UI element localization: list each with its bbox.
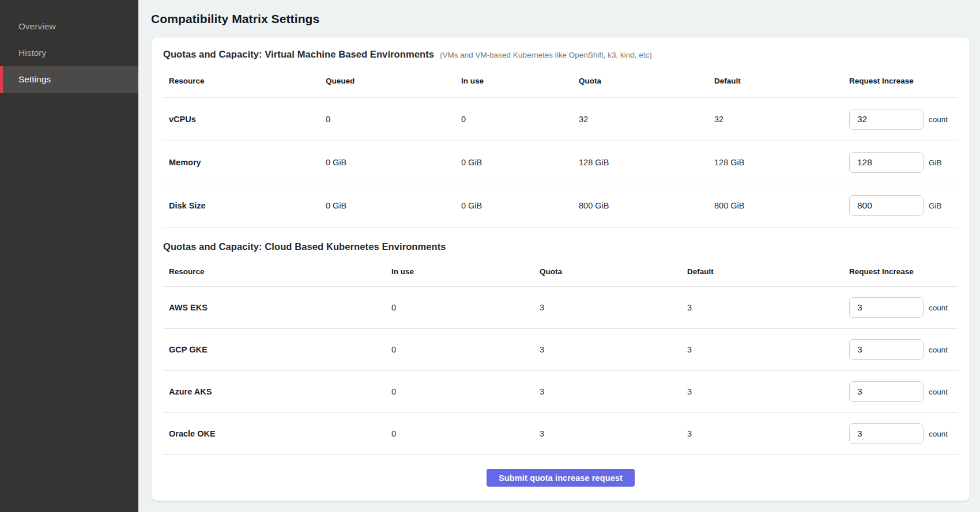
request-increase-cell: GiB [849,152,958,173]
vm-table-header: Resource Queued In use Quota Default Req… [163,64,958,98]
main-content: Compatibility Matrix Settings Quotas and… [138,0,980,512]
table-row-vcpus: vCPUs 0 0 32 32 count [163,98,958,141]
in-use-value: 0 GiB [461,158,579,167]
column-header-request-increase: Request Increase [849,77,958,85]
default-value: 3 [687,345,849,354]
sidebar-item-label: Overview [18,21,56,32]
in-use-value: 0 [391,387,540,396]
quota-value: 3 [540,303,687,312]
unit-label: count [929,346,948,354]
quota-value: 3 [540,387,687,396]
sidebar-item-history[interactable]: History [0,40,138,66]
request-increase-input-oracle-oke[interactable] [849,423,924,444]
sidebar-item-label: Settings [18,74,51,85]
table-row-aws-eks: AWS EKS 0 3 3 count [163,287,958,329]
vm-section-subtitle: (VMs and VM-based Kubernetes like OpenSh… [440,51,652,59]
resource-name: Azure AKS [163,387,391,396]
quota-value: 3 [540,429,687,438]
active-indicator [0,66,3,93]
table-row-memory: Memory 0 GiB 0 GiB 128 GiB 128 GiB GiB [163,141,958,184]
sidebar-item-settings[interactable]: Settings [0,66,138,93]
column-header-in-use: In use [461,77,579,85]
unit-label: GiB [929,202,942,210]
cloud-section-header: Quotas and Capacity: Cloud Based Kuberne… [163,241,958,256]
column-header-quota: Quota [579,77,714,85]
default-value: 128 GiB [714,158,849,167]
column-header-queued: Queued [326,77,461,85]
vm-section-title: Quotas and Capacity: Virtual Machine Bas… [163,49,434,60]
request-increase-input-vcpus[interactable] [849,109,924,130]
queued-value: 0 GiB [326,158,461,167]
resource-name: Memory [163,158,326,167]
unit-label: count [929,115,948,124]
sidebar-item-overview[interactable]: Overview [0,13,138,40]
unit-label: count [929,430,948,438]
resource-name: vCPUs [163,115,326,124]
table-row-azure-aks: Azure AKS 0 3 3 count [163,371,958,413]
resource-name: Oracle OKE [163,429,391,438]
sidebar: Overview History Settings [0,0,138,512]
column-header-resource: Resource [163,267,391,276]
quota-value: 32 [579,115,714,124]
column-header-default: Default [687,267,849,276]
settings-card: Quotas and Capacity: Virtual Machine Bas… [151,37,970,501]
column-header-in-use: In use [391,267,540,276]
queued-value: 0 GiB [326,201,461,210]
unit-label: GiB [929,158,942,167]
unit-label: count [929,388,948,396]
submit-quota-increase-button[interactable]: Submit quota increase request [487,469,635,487]
quota-value: 128 GiB [579,158,714,167]
in-use-value: 0 [391,303,540,312]
request-increase-input-aws-eks[interactable] [849,297,924,318]
request-increase-cell: count [849,109,958,130]
in-use-value: 0 [461,115,579,124]
request-increase-cell: count [849,339,958,360]
quota-value: 800 GiB [579,201,714,210]
quota-value: 3 [540,345,687,354]
request-increase-input-azure-aks[interactable] [849,381,924,402]
table-row-oracle-oke: Oracle OKE 0 3 3 count [163,413,958,455]
column-header-request-increase: Request Increase [849,267,958,276]
request-increase-input-gcp-gke[interactable] [849,339,924,360]
column-header-quota: Quota [540,267,687,276]
unit-label: count [929,304,948,312]
resource-name: Disk Size [163,201,326,210]
in-use-value: 0 [391,429,540,438]
table-row-gcp-gke: GCP GKE 0 3 3 count [163,329,958,371]
in-use-value: 0 [391,345,540,354]
request-increase-input-memory[interactable] [849,152,924,173]
sidebar-item-label: History [18,48,46,58]
request-increase-cell: count [849,381,958,402]
resource-name: AWS EKS [163,303,391,312]
default-value: 3 [687,429,849,438]
vm-section-header: Quotas and Capacity: Virtual Machine Bas… [163,49,958,64]
column-header-resource: Resource [163,77,326,85]
in-use-value: 0 GiB [461,201,579,210]
queued-value: 0 [326,115,461,124]
request-increase-cell: GiB [849,195,958,216]
default-value: 800 GiB [714,201,849,210]
cloud-section-title: Quotas and Capacity: Cloud Based Kuberne… [163,241,446,252]
table-row-disk-size: Disk Size 0 GiB 0 GiB 800 GiB 800 GiB Gi… [163,184,958,227]
default-value: 3 [687,303,849,312]
request-increase-cell: count [849,423,958,444]
request-increase-input-disk-size[interactable] [849,195,924,216]
resource-name: GCP GKE [163,345,391,354]
default-value: 32 [714,115,849,124]
column-header-default: Default [714,77,849,85]
cloud-table-header: Resource In use Quota Default Request In… [163,256,958,287]
page-title: Compatibility Matrix Settings [151,10,970,28]
request-increase-cell: count [849,297,958,318]
default-value: 3 [687,387,849,396]
submit-row: Submit quota increase request [163,455,958,500]
